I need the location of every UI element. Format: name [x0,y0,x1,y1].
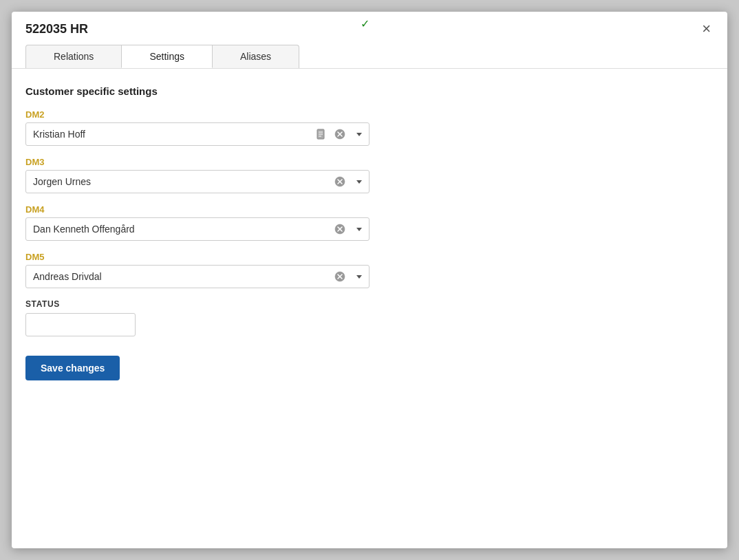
clear-btn-dm3[interactable] [330,176,350,187]
field-group-dm2: DM2 [25,109,714,146]
field-actions-dm5 [330,271,369,282]
close-button[interactable]: × [699,21,714,36]
field-group-dm5: DM5 [25,252,714,288]
save-changes-button[interactable]: Save changes [25,356,120,380]
field-label-dm5: DM5 [25,252,714,262]
field-group-dm4: DM4 [25,204,714,241]
chevron-down-icon-dm2 [354,129,365,140]
svg-marker-11 [356,180,362,184]
field-input-dm2[interactable] [26,129,311,140]
field-input-row-dm5 [25,265,370,288]
field-input-row-dm3 [25,170,370,193]
tab-relations[interactable]: Relations [25,45,122,68]
svg-marker-7 [356,133,362,136]
field-label-dm2: DM2 [25,109,714,120]
field-input-row-dm2 [25,122,370,146]
field-input-dm5[interactable] [26,271,330,282]
modal: ✓ 522035 HR × Relations Settings Aliases… [12,12,727,548]
field-group-dm3: DM3 [25,157,714,193]
doc-icon [315,129,326,140]
clear-icon-dm2 [334,129,345,140]
dropdown-btn-dm3[interactable] [350,176,369,187]
modal-header: 522035 HR × [12,12,727,36]
field-actions-dm3 [330,176,369,187]
tab-bar: Relations Settings Aliases [12,36,727,69]
modal-body: Customer specific settings DM2 [12,69,727,548]
status-input[interactable] [25,313,136,336]
clear-btn-dm5[interactable] [330,271,350,282]
field-actions-dm4 [330,224,369,235]
svg-marker-15 [356,228,362,231]
status-label: STATUS [25,299,714,309]
chevron-down-icon-dm4 [354,224,365,235]
section-title: Customer specific settings [25,85,714,97]
dropdown-btn-dm5[interactable] [350,271,369,282]
svg-marker-19 [356,275,362,279]
field-input-dm3[interactable] [26,176,330,187]
field-actions-dm2 [311,129,369,140]
dropdown-btn-dm2[interactable] [350,129,369,140]
clear-icon-dm5 [334,271,345,282]
chevron-down-icon-dm5 [354,271,365,282]
tab-settings[interactable]: Settings [121,45,213,68]
clear-btn-dm4[interactable] [330,224,350,235]
field-group-status: STATUS [25,299,714,336]
field-label-dm4: DM4 [25,204,714,215]
doc-icon-btn-dm2[interactable] [311,129,330,140]
field-input-dm4[interactable] [26,224,330,235]
modal-title: 522035 HR [25,22,88,36]
field-label-dm3: DM3 [25,157,714,167]
dropdown-btn-dm4[interactable] [350,224,369,235]
tab-aliases[interactable]: Aliases [212,45,299,68]
clear-icon-dm4 [334,224,345,235]
clear-btn-dm2[interactable] [330,129,350,140]
checkmark-indicator: ✓ [361,17,370,30]
clear-icon-dm3 [334,176,345,187]
chevron-down-icon-dm3 [354,176,365,187]
field-input-row-dm4 [25,217,370,241]
